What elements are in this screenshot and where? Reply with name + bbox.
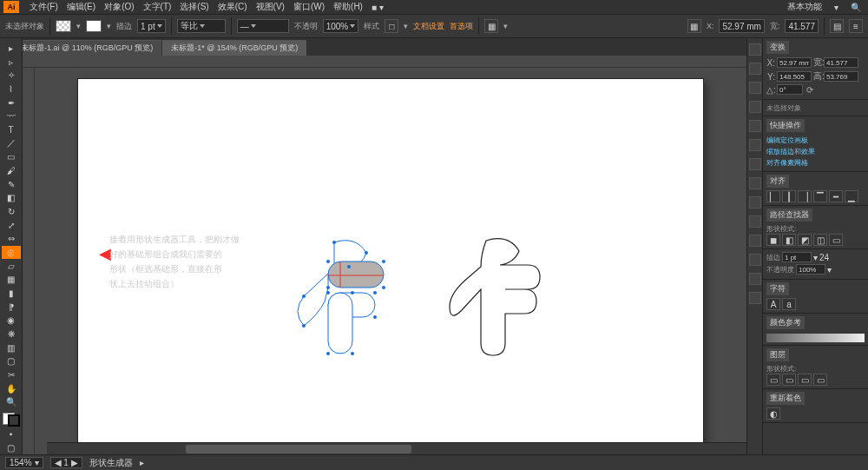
transform-x-input[interactable] xyxy=(777,57,812,68)
stroke-swatch[interactable] xyxy=(86,20,102,32)
panel-icon[interactable] xyxy=(749,63,761,75)
width-tool[interactable]: ⇔ xyxy=(2,232,21,245)
panel-tab[interactable]: 快捷操作 xyxy=(766,119,805,132)
panel-icon[interactable] xyxy=(749,139,761,151)
transform-w-input[interactable] xyxy=(824,57,858,68)
transform-ref-icon[interactable]: ▦ xyxy=(687,19,701,33)
slice-tool[interactable]: ✂ xyxy=(2,368,21,381)
pf-intersect-icon[interactable]: ◩ xyxy=(798,234,812,246)
menu-file[interactable]: 文件(F) xyxy=(26,1,62,13)
quick-action-link[interactable]: 编辑定位画板 xyxy=(766,135,865,146)
rotate-tool[interactable]: ↻ xyxy=(2,205,21,218)
editing-shape[interactable] xyxy=(286,235,399,374)
panel-tab[interactable]: 颜色参考 xyxy=(766,316,805,329)
panel-tab[interactable]: 重新着色 xyxy=(766,392,805,405)
align-artboard-icon[interactable]: ▦ xyxy=(484,19,498,33)
menu-select[interactable]: 选择(S) xyxy=(176,1,212,13)
opacity-input[interactable]: 100% xyxy=(323,19,359,33)
pf-unite-icon[interactable]: ◼ xyxy=(766,234,780,246)
shape-builder-tool[interactable]: ◎ xyxy=(2,246,21,259)
eyedropper-tool[interactable]: ⁋ xyxy=(2,301,21,314)
align-left-icon[interactable]: ▏ xyxy=(766,190,780,202)
menu-object[interactable]: 对象(O) xyxy=(101,1,137,13)
quick-action-link[interactable]: 对齐像素网格 xyxy=(766,157,865,169)
eraser-tool[interactable]: ◧ xyxy=(2,191,21,204)
symbol-sprayer-tool[interactable]: ❋ xyxy=(2,328,21,341)
layer-icon[interactable]: ▭ xyxy=(813,374,827,386)
workspace-switcher[interactable]: 基本功能 xyxy=(784,1,825,13)
panel-tab[interactable]: 对齐 xyxy=(766,175,789,188)
lasso-tool[interactable]: ⌇ xyxy=(2,83,21,96)
layer-icon[interactable]: ▭ xyxy=(798,374,812,386)
transform-y-input[interactable] xyxy=(777,71,812,82)
uniform-dropdown[interactable]: 等比 xyxy=(177,19,226,33)
paintbrush-tool[interactable]: 🖌 xyxy=(2,164,21,177)
style-swatch[interactable]: □ xyxy=(385,19,398,33)
panel-icon[interactable] xyxy=(749,120,761,132)
mesh-tool[interactable]: ▦ xyxy=(2,273,21,286)
recolor-icon[interactable]: ◐ xyxy=(766,407,780,420)
doc-setup-link[interactable]: 文档设置 xyxy=(413,21,444,32)
panel-icon[interactable] xyxy=(749,273,761,285)
canvas-area[interactable]: ◀ 接着用形状生成器工具，把刚才做 好的基础形组合成我们需要的 形状（框选基础形… xyxy=(35,68,746,454)
panel-tab[interactable]: 图层 xyxy=(766,348,789,361)
magic-wand-tool[interactable]: ✧ xyxy=(2,69,21,82)
menu-view[interactable]: 视图(V) xyxy=(253,1,288,13)
fill-swatch[interactable] xyxy=(56,20,71,32)
panel-menu-icon[interactable]: ≡ xyxy=(849,19,863,33)
panel-icon[interactable] xyxy=(749,101,761,113)
panel-icon[interactable] xyxy=(749,292,761,304)
panel-icon[interactable] xyxy=(749,196,761,209)
panel-icon[interactable] xyxy=(749,82,761,94)
menu-effect[interactable]: 效果(C) xyxy=(214,1,251,13)
layer-icon[interactable]: ▭ xyxy=(782,374,796,386)
stroke-weight-field[interactable] xyxy=(782,252,812,262)
arrange-icon[interactable]: ▤ xyxy=(830,19,844,33)
menu-window[interactable]: 窗口(W) xyxy=(290,1,328,13)
panel-icon[interactable] xyxy=(749,254,761,266)
menu-type[interactable]: 文字(T) xyxy=(140,1,175,13)
char-font-icon[interactable]: A xyxy=(766,298,780,310)
direct-selection-tool[interactable]: ▹ xyxy=(2,56,21,69)
align-hcenter-icon[interactable]: ┃ xyxy=(782,190,796,202)
graph-tool[interactable]: ▥ xyxy=(2,341,21,354)
align-vcenter-icon[interactable]: ━ xyxy=(829,190,843,202)
type-tool[interactable]: T xyxy=(2,123,21,136)
char-size-icon[interactable]: a xyxy=(782,298,796,310)
menu-help[interactable]: 帮助(H) xyxy=(330,1,366,13)
transform-angle-input[interactable] xyxy=(777,84,803,95)
search-icon[interactable]: 🔍 xyxy=(847,3,865,12)
pf-minus-icon[interactable]: ◧ xyxy=(782,234,796,246)
panel-icon[interactable] xyxy=(749,215,761,228)
panel-tab[interactable]: 字符 xyxy=(766,282,789,295)
pen-tool[interactable]: ✒ xyxy=(2,96,21,109)
align-bottom-icon[interactable]: ▁ xyxy=(845,190,858,202)
preferences-link[interactable]: 首选项 xyxy=(450,21,473,32)
quick-action-link[interactable]: 缩放描边和效果 xyxy=(766,146,865,157)
screen-mode-icon[interactable]: ▢ xyxy=(2,441,21,454)
fill-stroke-swatch[interactable] xyxy=(3,413,20,427)
panel-icon[interactable] xyxy=(749,177,761,189)
w-input[interactable]: 41.577 xyxy=(785,19,819,33)
scrollbar-horizontal[interactable] xyxy=(47,442,746,454)
brush-dropdown[interactable]: — xyxy=(237,19,289,33)
transform-h-input[interactable] xyxy=(824,71,858,82)
menu-edit[interactable]: 编辑(E) xyxy=(63,1,99,13)
pf-exclude-icon[interactable]: ◫ xyxy=(813,234,827,246)
gradient-tool[interactable]: ▮ xyxy=(2,287,21,300)
panel-icon[interactable] xyxy=(749,43,761,56)
document-tab[interactable]: 未标题-1* @ 154% (RGB/GPU 预览) xyxy=(162,40,306,56)
stroke-weight-input[interactable]: 1 pt xyxy=(137,19,166,33)
layer-icon[interactable]: ▭ xyxy=(766,374,780,386)
opacity-field[interactable] xyxy=(796,264,825,275)
panel-icon[interactable] xyxy=(749,158,761,170)
scale-tool[interactable]: ⤢ xyxy=(2,219,21,232)
panel-tab[interactable]: 变换 xyxy=(766,41,789,54)
artboard-nav[interactable]: ◀ 1 ▶ xyxy=(50,457,82,468)
zoom-dropdown[interactable]: 154%▾ xyxy=(5,457,43,468)
x-input[interactable]: 52.97 mm xyxy=(719,19,764,33)
artboard-tool[interactable]: ▢ xyxy=(2,354,21,367)
color-harmony-bar[interactable] xyxy=(766,334,865,342)
align-top-icon[interactable]: ▔ xyxy=(813,190,827,202)
blend-tool[interactable]: ◉ xyxy=(2,314,21,327)
